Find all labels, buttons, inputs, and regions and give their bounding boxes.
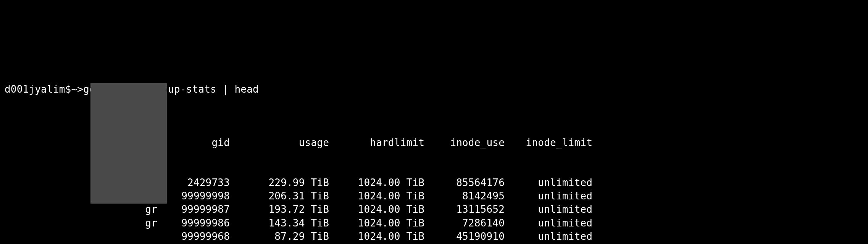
cell-inode-limit: unlimited (505, 203, 592, 216)
cell-inode-use: 7286140 (424, 217, 505, 230)
header-inode-limit: inode_limit (505, 136, 592, 149)
cell-usage: 206.31 TiB (230, 189, 329, 203)
cell-inode-use: 13115652 (424, 203, 505, 216)
redaction-block (90, 83, 167, 204)
cell-gid: 99999998 (157, 189, 230, 203)
cell-inode-limit: unlimited (505, 230, 592, 243)
cell-gid: 99999987 (157, 203, 230, 216)
cell-inode-use: 8142495 (424, 189, 505, 203)
prompt-arrow: > (77, 83, 83, 95)
table-row: gr99999986143.34 TiB1024.00 TiB7286140un… (5, 217, 863, 230)
cell-group: gr (5, 203, 157, 216)
cell-gid: 2429733 (157, 176, 230, 189)
cell-inode-use: 85564176 (424, 176, 505, 189)
cell-usage: 193.72 TiB (230, 203, 329, 216)
cell-inode-use: 45190910 (424, 230, 505, 243)
cell-usage: 229.99 TiB (230, 176, 329, 189)
cell-inode-limit: unlimited (505, 217, 592, 230)
prompt-path: ~ (71, 83, 77, 95)
table-row: 9999996887.29 TiB1024.00 TiB45190910unli… (5, 230, 863, 243)
header-inode-use: inode_use (424, 136, 505, 149)
cell-usage: 143.34 TiB (230, 217, 329, 230)
cell-inode-limit: unlimited (505, 189, 592, 203)
cell-gid: 99999968 (157, 230, 230, 243)
header-usage: usage (230, 136, 329, 149)
cell-hardlimit: 1024.00 TiB (329, 203, 424, 216)
cell-hardlimit: 1024.00 TiB (329, 230, 424, 243)
prompt-host: d001jyalim$ (5, 83, 71, 95)
terminal-output[interactable]: d001jyalim$~>get-beegfs-group-stats | he… (5, 56, 863, 244)
cell-group (5, 230, 157, 243)
header-hardlimit: hardlimit (329, 136, 424, 149)
cell-gid: 99999986 (157, 217, 230, 230)
cell-group: gr (5, 217, 157, 230)
cell-inode-limit: unlimited (505, 176, 592, 189)
cell-hardlimit: 1024.00 TiB (329, 217, 424, 230)
table-row: gr99999987193.72 TiB1024.00 TiB13115652u… (5, 203, 863, 216)
cell-hardlimit: 1024.00 TiB (329, 176, 424, 189)
header-gid: gid (157, 136, 230, 149)
cell-usage: 87.29 TiB (230, 230, 329, 243)
cell-hardlimit: 1024.00 TiB (329, 189, 424, 203)
